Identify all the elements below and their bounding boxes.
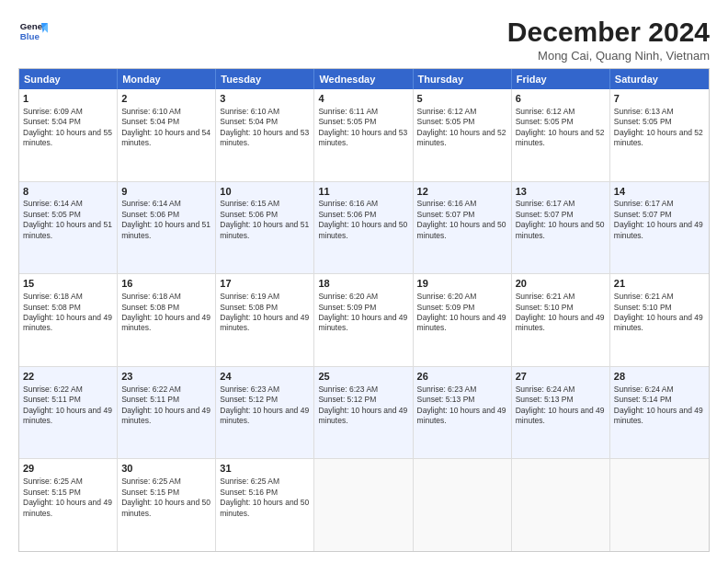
sunrise-text: Sunrise: 6:10 AM (220, 107, 279, 116)
daylight-text: Daylight: 10 hours and 53 minutes. (318, 128, 407, 147)
day-number: 8 (23, 185, 113, 199)
sunset-text: Sunset: 5:07 PM (516, 210, 574, 219)
calendar-week-1: 1Sunrise: 6:09 AMSunset: 5:04 PMDaylight… (19, 89, 709, 181)
sunrise-text: Sunrise: 6:23 AM (417, 385, 477, 394)
calendar-cell: 2Sunrise: 6:10 AMSunset: 5:04 PMDaylight… (118, 89, 216, 181)
daylight-text: Daylight: 10 hours and 49 minutes. (318, 406, 407, 425)
generalblue-logo-icon: General Blue (18, 17, 48, 46)
header-thursday: Thursday (414, 69, 512, 89)
daylight-text: Daylight: 10 hours and 49 minutes. (614, 313, 703, 332)
sunset-text: Sunset: 5:05 PM (614, 117, 672, 126)
day-number: 15 (23, 277, 113, 291)
day-number: 25 (318, 370, 408, 384)
header-friday: Friday (512, 69, 610, 89)
day-number: 24 (220, 370, 310, 384)
sunset-text: Sunset: 5:12 PM (318, 395, 376, 404)
sunrise-text: Sunrise: 6:22 AM (23, 385, 83, 394)
day-number: 31 (220, 462, 310, 476)
calendar-cell: 31Sunrise: 6:25 AMSunset: 5:16 PMDayligh… (216, 459, 314, 551)
calendar-cell: 9Sunrise: 6:14 AMSunset: 5:06 PMDaylight… (118, 182, 216, 274)
sunrise-text: Sunrise: 6:20 AM (417, 292, 477, 301)
calendar-cell: 17Sunrise: 6:19 AMSunset: 5:08 PMDayligh… (216, 274, 314, 366)
sunset-text: Sunset: 5:05 PM (23, 210, 81, 219)
sunrise-text: Sunrise: 6:16 AM (318, 199, 378, 208)
day-number: 19 (417, 277, 507, 291)
calendar-cell (314, 459, 413, 551)
calendar-cell: 24Sunrise: 6:23 AMSunset: 5:12 PMDayligh… (216, 367, 314, 459)
sunrise-text: Sunrise: 6:21 AM (516, 292, 575, 301)
sunrise-text: Sunrise: 6:24 AM (614, 385, 674, 394)
sunrise-text: Sunrise: 6:18 AM (121, 292, 181, 301)
daylight-text: Daylight: 10 hours and 49 minutes. (220, 406, 309, 425)
daylight-text: Daylight: 10 hours and 49 minutes. (516, 406, 605, 425)
sunset-text: Sunset: 5:13 PM (516, 395, 574, 404)
daylight-text: Daylight: 10 hours and 49 minutes. (220, 313, 309, 332)
calendar-cell (610, 459, 709, 551)
calendar-cell: 13Sunrise: 6:17 AMSunset: 5:07 PMDayligh… (512, 182, 610, 274)
calendar-cell: 12Sunrise: 6:16 AMSunset: 5:07 PMDayligh… (414, 182, 512, 274)
calendar-cell: 23Sunrise: 6:22 AMSunset: 5:11 PMDayligh… (118, 367, 216, 459)
day-number: 27 (516, 370, 606, 384)
title-block: December 2024 Mong Cai, Quang Ninh, Viet… (507, 17, 710, 63)
daylight-text: Daylight: 10 hours and 53 minutes. (220, 128, 309, 147)
sunset-text: Sunset: 5:15 PM (23, 488, 81, 497)
sunrise-text: Sunrise: 6:10 AM (121, 107, 181, 116)
daylight-text: Daylight: 10 hours and 49 minutes. (614, 406, 703, 425)
day-number: 23 (121, 370, 211, 384)
sunrise-text: Sunrise: 6:12 AM (417, 107, 477, 116)
sunrise-text: Sunrise: 6:25 AM (121, 477, 181, 486)
calendar-cell: 16Sunrise: 6:18 AMSunset: 5:08 PMDayligh… (118, 274, 216, 366)
calendar: Sunday Monday Tuesday Wednesday Thursday… (18, 68, 710, 552)
calendar-cell: 15Sunrise: 6:18 AMSunset: 5:08 PMDayligh… (19, 274, 118, 366)
daylight-text: Daylight: 10 hours and 52 minutes. (516, 128, 605, 147)
day-number: 2 (121, 92, 211, 106)
day-number: 5 (417, 92, 507, 106)
calendar-cell: 14Sunrise: 6:17 AMSunset: 5:07 PMDayligh… (610, 182, 709, 274)
calendar-cell: 7Sunrise: 6:13 AMSunset: 5:05 PMDaylight… (610, 89, 709, 181)
header-saturday: Saturday (610, 69, 709, 89)
sunrise-text: Sunrise: 6:18 AM (23, 292, 83, 301)
daylight-text: Daylight: 10 hours and 49 minutes. (516, 313, 605, 332)
sunrise-text: Sunrise: 6:16 AM (417, 199, 477, 208)
sunset-text: Sunset: 5:11 PM (121, 395, 179, 404)
daylight-text: Daylight: 10 hours and 50 minutes. (220, 498, 309, 517)
day-number: 30 (121, 462, 211, 476)
calendar-cell: 25Sunrise: 6:23 AMSunset: 5:12 PMDayligh… (314, 367, 413, 459)
sunset-text: Sunset: 5:06 PM (121, 210, 179, 219)
day-number: 28 (614, 370, 705, 384)
daylight-text: Daylight: 10 hours and 49 minutes. (121, 313, 210, 332)
sunset-text: Sunset: 5:10 PM (516, 303, 574, 312)
daylight-text: Daylight: 10 hours and 54 minutes. (121, 128, 210, 147)
calendar-week-5: 29Sunrise: 6:25 AMSunset: 5:15 PMDayligh… (19, 458, 709, 551)
sunset-text: Sunset: 5:10 PM (614, 303, 672, 312)
calendar-cell: 26Sunrise: 6:23 AMSunset: 5:13 PMDayligh… (414, 367, 512, 459)
sunset-text: Sunset: 5:06 PM (220, 210, 278, 219)
daylight-text: Daylight: 10 hours and 49 minutes. (318, 313, 407, 332)
daylight-text: Daylight: 10 hours and 50 minutes. (516, 220, 605, 239)
sunrise-text: Sunrise: 6:19 AM (220, 292, 279, 301)
day-number: 16 (121, 277, 211, 291)
calendar-cell: 29Sunrise: 6:25 AMSunset: 5:15 PMDayligh… (19, 459, 118, 551)
daylight-text: Daylight: 10 hours and 49 minutes. (121, 406, 210, 425)
sunrise-text: Sunrise: 6:20 AM (318, 292, 378, 301)
sunset-text: Sunset: 5:11 PM (23, 395, 81, 404)
sunrise-text: Sunrise: 6:23 AM (318, 385, 378, 394)
day-number: 12 (417, 185, 507, 199)
sunset-text: Sunset: 5:13 PM (417, 395, 475, 404)
daylight-text: Daylight: 10 hours and 49 minutes. (23, 313, 112, 332)
calendar-cell: 18Sunrise: 6:20 AMSunset: 5:09 PMDayligh… (314, 274, 413, 366)
calendar-week-2: 8Sunrise: 6:14 AMSunset: 5:05 PMDaylight… (19, 181, 709, 274)
day-number: 26 (417, 370, 507, 384)
calendar-header: Sunday Monday Tuesday Wednesday Thursday… (19, 69, 709, 89)
calendar-cell: 5Sunrise: 6:12 AMSunset: 5:05 PMDaylight… (414, 89, 512, 181)
calendar-body: 1Sunrise: 6:09 AMSunset: 5:04 PMDaylight… (19, 89, 709, 551)
sunset-text: Sunset: 5:06 PM (318, 210, 376, 219)
daylight-text: Daylight: 10 hours and 55 minutes. (23, 128, 112, 147)
calendar-week-4: 22Sunrise: 6:22 AMSunset: 5:11 PMDayligh… (19, 366, 709, 459)
sunset-text: Sunset: 5:04 PM (220, 117, 278, 126)
day-number: 14 (614, 185, 705, 199)
daylight-text: Daylight: 10 hours and 50 minutes. (417, 220, 506, 239)
calendar-cell: 22Sunrise: 6:22 AMSunset: 5:11 PMDayligh… (19, 367, 118, 459)
sunset-text: Sunset: 5:16 PM (220, 488, 278, 497)
calendar-cell: 28Sunrise: 6:24 AMSunset: 5:14 PMDayligh… (610, 367, 709, 459)
